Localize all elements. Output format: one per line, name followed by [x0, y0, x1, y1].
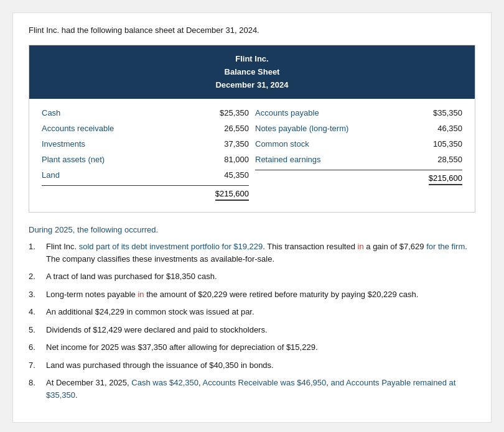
- bs-header: Flint Inc. Balance Sheet December 31, 20…: [29, 45, 475, 99]
- event-number: 8.: [29, 377, 46, 401]
- event-number: 3.: [29, 288, 46, 301]
- bs-title-line2: Balance Sheet: [35, 66, 469, 79]
- bs-left-row: Land45,350: [42, 167, 249, 183]
- event-text: Flint Inc. sold part of its debt investm…: [46, 241, 475, 265]
- event-text: An additional $24,229 in common stock wa…: [46, 306, 475, 318]
- events-list: 1.Flint Inc. sold part of its debt inves…: [29, 241, 475, 401]
- event-number: 7.: [29, 359, 46, 372]
- bs-right-total: $215,600: [255, 170, 462, 187]
- event-number: 6.: [29, 341, 46, 354]
- event-number: 1.: [29, 241, 46, 265]
- bs-left-row: Cash$25,350: [42, 105, 249, 121]
- event-text: A tract of land was purchased for $18,35…: [46, 270, 475, 283]
- event-text: Dividends of $12,429 were declared and p…: [46, 324, 475, 336]
- list-item: 4.An additional $24,229 in common stock …: [29, 306, 475, 318]
- event-number: 2.: [29, 270, 46, 283]
- bs-right-row: Accounts payable$35,350: [255, 105, 462, 121]
- list-item: 6.Net income for 2025 was $37,350 after …: [29, 341, 475, 354]
- bs-left-column: Cash$25,350Accounts receivable26,550Inve…: [42, 105, 249, 203]
- bs-left-total: $215,600: [42, 185, 249, 203]
- balance-sheet: Flint Inc. Balance Sheet December 31, 20…: [29, 45, 475, 213]
- bs-left-row: Accounts receivable26,550: [42, 121, 249, 136]
- list-item: 7.Land was purchased through the issuanc…: [29, 359, 475, 372]
- bs-left-row: Plant assets (net)81,000: [42, 152, 249, 167]
- event-text: Land was purchased through the issuance …: [46, 359, 475, 372]
- bs-right-row: Retained earnings28,550: [255, 152, 462, 167]
- list-item: 3.Long-term notes payable in the amount …: [29, 288, 475, 301]
- main-container: Flint Inc. had the following balance she…: [12, 12, 492, 423]
- event-number: 5.: [29, 324, 46, 336]
- event-text: Net income for 2025 was $37,350 after al…: [46, 341, 475, 354]
- event-text: At December 31, 2025, Cash was $42,350, …: [46, 377, 475, 401]
- event-number: 4.: [29, 306, 46, 318]
- bs-left-row: Investments37,350: [42, 136, 249, 152]
- bs-right-row: Notes payable (long-term)46,350: [255, 121, 462, 136]
- bs-body: Cash$25,350Accounts receivable26,550Inve…: [29, 99, 475, 212]
- list-item: 8.At December 31, 2025, Cash was $42,350…: [29, 377, 475, 401]
- bs-title-line1: Flint Inc.: [35, 53, 469, 66]
- list-item: 5.Dividends of $12,429 were declared and…: [29, 324, 475, 336]
- bs-right-row: Common stock105,350: [255, 136, 462, 152]
- list-item: 2.A tract of land was purchased for $18,…: [29, 270, 475, 283]
- list-item: 1.Flint Inc. sold part of its debt inves…: [29, 241, 475, 265]
- event-text: Long-term notes payable in the amount of…: [46, 288, 475, 301]
- bs-title-line3: December 31, 2024: [35, 79, 469, 92]
- during-text: During 2025, the following occurred.: [29, 225, 475, 234]
- intro-text: Flint Inc. had the following balance she…: [29, 25, 475, 35]
- bs-right-column: Accounts payable$35,350Notes payable (lo…: [249, 105, 462, 203]
